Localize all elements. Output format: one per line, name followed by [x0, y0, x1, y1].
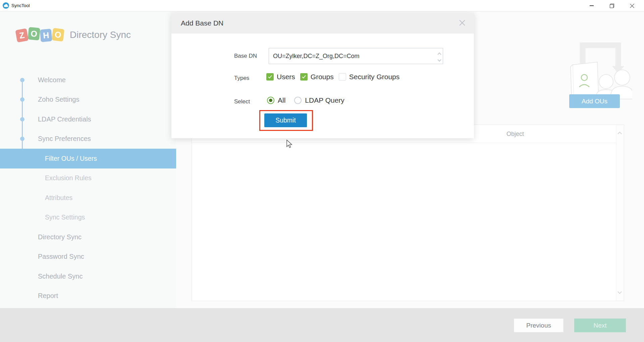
synctool-cloud-icon: [3, 2, 9, 9]
chevron-up-icon: [437, 52, 441, 56]
sidebar-item-label: Sync Settings: [45, 213, 85, 221]
sidebar-item-label: Password Sync: [38, 253, 84, 260]
sidebar-item-directory-sync[interactable]: Directory Sync: [0, 227, 176, 247]
sidebar-item-label: Directory Sync: [38, 233, 82, 241]
sidebar-item-attributes[interactable]: Attributes: [0, 188, 176, 208]
step-dot-icon: [20, 137, 24, 141]
zoho-letter-o1: O: [28, 27, 40, 41]
sidebar-item-label: Schedule Sync: [38, 273, 83, 280]
column-header-object: Object: [506, 125, 524, 143]
radio-label: All: [278, 96, 285, 104]
checkbox-checked-icon: [300, 73, 308, 81]
sidebar-item-label: Report: [38, 292, 58, 300]
check-icon: [302, 74, 306, 78]
close-icon: [630, 3, 635, 8]
zoho-logo-blocks: Z O H O: [16, 29, 64, 41]
add-ous-button[interactable]: Add OUs: [569, 94, 620, 108]
zoho-letter-z: Z: [15, 28, 29, 42]
restore-icon: [610, 4, 614, 8]
sidebar-item-sync-settings[interactable]: Sync Settings: [0, 208, 176, 228]
submit-button[interactable]: Submit: [264, 113, 307, 127]
checkbox-option-groups[interactable]: Groups: [300, 73, 334, 81]
select-label: Select: [234, 98, 250, 105]
base-dn-input[interactable]: [269, 48, 443, 64]
next-button[interactable]: Next: [574, 319, 626, 332]
base-dn-label: Base DN: [234, 53, 257, 59]
sidebar: Z O H O Directory Sync Welcome Zoho Sett…: [0, 12, 176, 308]
radio-unselected-icon: [294, 97, 302, 104]
table-scrollbar[interactable]: [616, 125, 624, 301]
radio-option-all[interactable]: All: [267, 96, 285, 104]
sidebar-item-sync-preferences[interactable]: Sync Preferences: [0, 129, 176, 149]
synctool-window: SyncTool Z O H O Directory Sync Welcome …: [0, 0, 644, 342]
dialog-close-button[interactable]: [459, 19, 466, 27]
scroll-down-icon[interactable]: [618, 290, 622, 294]
product-name: Directory Sync: [70, 30, 131, 40]
checkbox-option-security-groups[interactable]: Security Groups: [339, 73, 400, 81]
sidebar-item-label: Zoho Settings: [38, 96, 79, 103]
radio-option-ldap-query[interactable]: LDAP Query: [294, 96, 344, 104]
dialog-title: Add Base DN: [181, 19, 223, 27]
zoho-logo: Z O H O Directory Sync: [16, 29, 131, 41]
checkbox-unchecked-icon: [339, 73, 346, 81]
sidebar-item-label: Sync Preferences: [38, 135, 91, 143]
types-options: Users Groups Security Groups: [266, 73, 405, 81]
sidebar-item-filter-ous-users[interactable]: Filter OUs / Users: [0, 149, 176, 168]
ou-table: Object: [192, 125, 624, 301]
checkbox-option-users[interactable]: Users: [266, 73, 295, 81]
sidebar-item-label: Filter OUs / Users: [45, 155, 97, 162]
types-label: Types: [234, 75, 249, 82]
scroll-up-icon[interactable]: [618, 132, 622, 136]
checkbox-label: Groups: [311, 73, 334, 81]
close-button[interactable]: [622, 0, 642, 11]
sidebar-item-password-sync[interactable]: Password Sync: [0, 247, 176, 267]
previous-button[interactable]: Previous: [514, 319, 564, 332]
sidebar-item-welcome[interactable]: Welcome: [0, 70, 176, 90]
checkbox-label: Users: [277, 73, 295, 81]
radio-selected-icon: [267, 97, 274, 104]
dialog-header: Add Base DN: [171, 12, 474, 34]
sidebar-item-ldap-credentials[interactable]: LDAP Credentials: [0, 109, 176, 129]
checkbox-label: Security Groups: [349, 73, 400, 81]
sidebar-item-label: LDAP Credentials: [38, 115, 91, 123]
sidebar-item-report[interactable]: Report: [0, 286, 176, 306]
sidebar-item-label: Exclusion Rules: [45, 174, 92, 182]
select-options: All LDAP Query: [267, 96, 353, 104]
mouse-cursor-icon: [286, 140, 293, 148]
sidebar-item-schedule-sync[interactable]: Schedule Sync: [0, 266, 176, 286]
restore-button[interactable]: [602, 0, 622, 11]
add-base-dn-dialog: Add Base DN Base DN Types Users Groups S…: [171, 12, 474, 138]
sidebar-item-exclusion-rules[interactable]: Exclusion Rules: [0, 168, 176, 188]
window-controls: [582, 0, 642, 11]
footer-bar: Previous Next: [0, 308, 644, 342]
sidebar-item-label: Attributes: [45, 194, 72, 202]
sidebar-item-label: Welcome: [38, 76, 66, 84]
step-dot-icon: [20, 97, 24, 102]
step-dot-icon: [20, 117, 24, 121]
title-bar: SyncTool: [0, 0, 644, 11]
minimize-button[interactable]: [582, 0, 602, 11]
base-dn-spinner-up[interactable]: [437, 51, 442, 56]
chevron-down-icon: [437, 58, 441, 61]
step-dot-icon: [20, 78, 24, 82]
window-title: SyncTool: [11, 3, 30, 8]
zoho-letter-o2: O: [52, 28, 64, 42]
sidebar-nav: Welcome Zoho Settings LDAP Credentials S…: [0, 70, 176, 326]
close-icon: [459, 19, 466, 27]
radio-label: LDAP Query: [305, 96, 344, 104]
zoho-letter-h: H: [40, 29, 52, 42]
check-icon: [268, 74, 272, 78]
base-dn-spinner-down[interactable]: [437, 57, 442, 62]
checkbox-checked-icon: [266, 73, 274, 81]
radio-dot: [269, 99, 272, 102]
sidebar-item-zoho-settings[interactable]: Zoho Settings: [0, 90, 176, 110]
minimize-icon: [590, 5, 594, 6]
